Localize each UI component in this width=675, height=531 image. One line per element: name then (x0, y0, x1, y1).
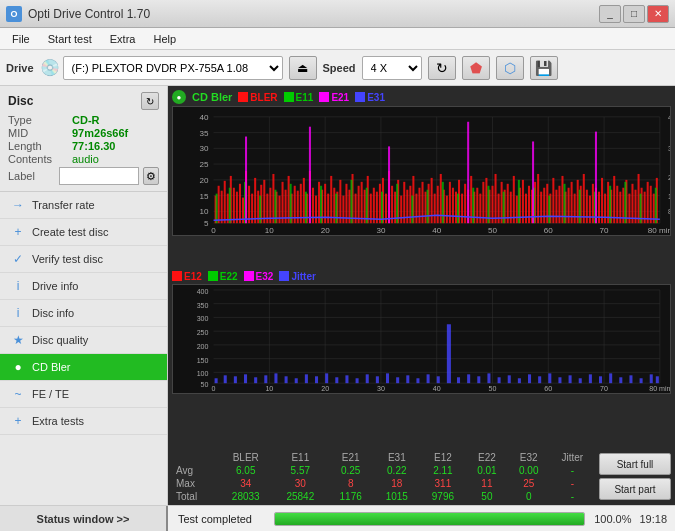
avg-e31: 0.22 (374, 464, 420, 477)
legend-e31: E31 (355, 92, 385, 103)
speed-select[interactable]: 4 X (362, 56, 422, 80)
avg-jitter: - (550, 464, 595, 477)
drive-select[interactable]: (F:) PLEXTOR DVDR PX-755A 1.08 (63, 56, 283, 80)
chart1-icon: ● (172, 90, 186, 104)
close-button[interactable]: ✕ (647, 5, 669, 23)
svg-rect-279 (457, 377, 460, 383)
svg-text:70: 70 (600, 385, 608, 392)
svg-text:35: 35 (199, 129, 209, 138)
e21-label: E21 (331, 92, 349, 103)
svg-text:80 min: 80 min (648, 226, 670, 235)
svg-rect-80 (339, 180, 341, 223)
eject-button[interactable]: ⏏ (289, 56, 317, 80)
svg-rect-118 (455, 192, 457, 224)
svg-rect-272 (386, 373, 389, 383)
maximize-button[interactable]: □ (623, 5, 645, 23)
sidebar-item-create-test-disc[interactable]: + Create test disc (0, 219, 167, 246)
avg-e22: 0.01 (466, 464, 508, 477)
svg-rect-161 (586, 190, 588, 223)
sidebar-item-fe-te[interactable]: ~ FE / TE (0, 381, 167, 408)
svg-text:50: 50 (201, 381, 209, 388)
sidebar-item-cd-bler[interactable]: ● CD Bler (0, 354, 167, 381)
create-disc-label: Create test disc (32, 226, 108, 238)
svg-rect-166 (601, 178, 603, 223)
col-e11: E11 (273, 451, 328, 464)
svg-rect-278 (447, 324, 451, 383)
sidebar-item-verify-test-disc[interactable]: ✓ Verify test disc (0, 246, 167, 273)
menu-extra[interactable]: Extra (102, 31, 144, 47)
svg-rect-280 (467, 374, 470, 383)
minimize-button[interactable]: _ (599, 5, 621, 23)
svg-rect-81 (342, 196, 344, 224)
svg-rect-186 (229, 188, 231, 223)
svg-rect-255 (215, 378, 218, 383)
save-button[interactable]: 💾 (530, 56, 558, 80)
menu-start-test[interactable]: Start test (40, 31, 100, 47)
svg-rect-120 (461, 194, 463, 224)
start-full-button[interactable]: Start full (599, 453, 671, 475)
max-e12: 311 (420, 477, 466, 490)
status-bar: Status window >> Test completed 100.0% 1… (0, 505, 675, 531)
svg-rect-182 (650, 186, 652, 223)
label-input[interactable] (59, 167, 139, 185)
save-icon: 💾 (535, 60, 552, 76)
svg-text:30: 30 (376, 226, 386, 235)
svg-rect-115 (446, 196, 448, 224)
svg-rect-282 (487, 373, 490, 383)
refresh-button[interactable]: ↻ (428, 56, 456, 80)
chart1-container: 40 35 30 25 20 15 10 5 0 10 20 30 40 50 … (172, 106, 671, 236)
svg-rect-219 (532, 141, 534, 223)
svg-rect-191 (305, 192, 307, 224)
col-e22: E22 (466, 451, 508, 464)
extra-tests-icon: + (10, 413, 26, 429)
svg-rect-185 (216, 194, 218, 224)
svg-rect-294 (609, 373, 612, 383)
sidebar-item-disc-quality[interactable]: ★ Disc quality (0, 327, 167, 354)
svg-text:15: 15 (199, 192, 209, 201)
stats-section: BLER E11 E21 E31 E12 E22 E32 Jitter Avg (168, 451, 595, 503)
sidebar-item-extra-tests[interactable]: + Extra tests (0, 408, 167, 435)
time-text: 19:18 (631, 513, 675, 525)
svg-rect-145 (537, 174, 539, 223)
drive-info-icon: i (10, 278, 26, 294)
svg-rect-269 (356, 378, 359, 383)
copy-button[interactable]: ⬡ (496, 56, 524, 80)
erase-button[interactable]: ⬟ (462, 56, 490, 80)
svg-rect-155 (568, 188, 570, 223)
sidebar-item-transfer-rate[interactable]: → Transfer rate (0, 192, 167, 219)
start-part-button[interactable]: Start part (599, 478, 671, 500)
svg-rect-257 (234, 376, 237, 383)
svg-rect-298 (650, 374, 653, 383)
status-window-button[interactable]: Status window >> (0, 506, 168, 531)
label-settings-button[interactable]: ⚙ (143, 167, 159, 185)
svg-rect-201 (457, 194, 459, 224)
svg-text:40: 40 (199, 113, 209, 122)
menu-file[interactable]: File (4, 31, 38, 47)
svg-rect-274 (406, 375, 409, 383)
legend-e11: E11 (284, 92, 314, 103)
disc-section: Disc ↻ Type CD-R MID 97m26s66f Length 77… (0, 86, 167, 192)
length-label: Length (8, 140, 68, 152)
svg-rect-290 (569, 375, 572, 383)
svg-text:10: 10 (265, 226, 275, 235)
svg-rect-197 (396, 184, 398, 223)
svg-rect-141 (525, 194, 527, 224)
sidebar-item-drive-info[interactable]: i Drive info (0, 273, 167, 300)
verify-disc-icon: ✓ (10, 251, 26, 267)
svg-rect-167 (604, 194, 606, 224)
e32-color (244, 271, 254, 281)
svg-rect-111 (434, 194, 436, 224)
svg-rect-198 (411, 196, 413, 224)
svg-text:60: 60 (544, 385, 552, 392)
sidebar-item-disc-info[interactable]: i Disc info (0, 300, 167, 327)
svg-rect-105 (415, 194, 417, 224)
svg-text:20: 20 (321, 385, 329, 392)
max-e22: 11 (466, 477, 508, 490)
svg-rect-289 (558, 377, 561, 383)
menu-help[interactable]: Help (145, 31, 184, 47)
svg-rect-263 (295, 378, 298, 383)
svg-text:30: 30 (377, 385, 385, 392)
contents-label: Contents (8, 153, 68, 165)
disc-refresh-button[interactable]: ↻ (141, 92, 159, 110)
status-completed-text: Test completed (168, 513, 268, 525)
